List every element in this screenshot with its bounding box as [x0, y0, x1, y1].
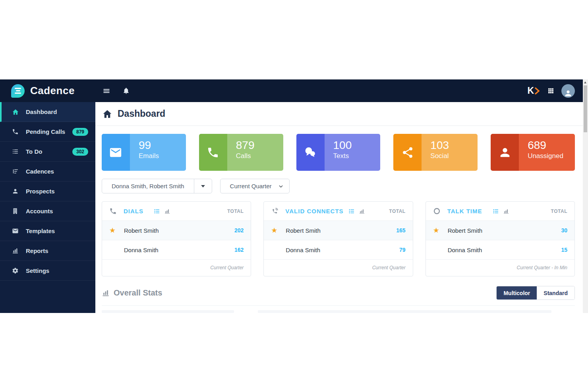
scroll-up-arrow-icon[interactable]: [584, 81, 586, 83]
todo-list-icon: [12, 148, 19, 155]
row-value: 30: [561, 227, 567, 234]
stat-card-texts[interactable]: 100 Texts: [296, 134, 381, 171]
row-value: 15: [561, 247, 567, 253]
share-icon: [401, 146, 414, 159]
leaderboard-row: Donna Smith 79: [264, 240, 412, 260]
cadences-icon: [12, 168, 19, 175]
overall-stats-bar: Overall Stats Multicolor Standard: [102, 286, 575, 300]
valid-connects-panel: VALID CONNECTS TOTAL ★ Robert Smith 165: [263, 201, 413, 276]
stat-value: 689: [528, 139, 575, 152]
building-icon: [12, 208, 19, 215]
panel-title: DIALS: [124, 208, 143, 214]
star-icon[interactable]: ★: [109, 226, 118, 235]
stat-cards-row: 99 Emails 879 Calls: [102, 134, 575, 171]
chat-icon: [303, 145, 317, 160]
users-select[interactable]: Donna Smith, Robert Smith: [102, 179, 212, 193]
sidebar-item-to-do[interactable]: To Do 302: [0, 142, 95, 162]
sidebar-item-label: Templates: [26, 228, 55, 234]
sidebar-item-templates[interactable]: Templates: [0, 221, 95, 241]
k-logo-letter: K: [527, 85, 534, 96]
scrollbar-thumb[interactable]: [584, 85, 587, 132]
panel-title: TALK TIME: [447, 208, 482, 214]
users-select-value: Donna Smith, Robert Smith: [102, 179, 194, 193]
top-navbar: Cadence K: [0, 79, 583, 102]
chart-view-icon[interactable]: [359, 208, 365, 214]
star-icon[interactable]: ★: [433, 226, 442, 235]
k-chevron-logo[interactable]: K: [527, 85, 540, 96]
panel-title: VALID CONNECTS: [285, 208, 343, 214]
phone-icon: [109, 207, 117, 215]
menu-icon[interactable]: [103, 87, 110, 95]
person-icon: [498, 146, 512, 159]
period-select[interactable]: Current Quarter: [220, 179, 290, 193]
stat-value: 100: [333, 139, 381, 152]
stat-value: 99: [139, 139, 186, 152]
sidebar-item-label: Pending Calls: [26, 128, 65, 135]
bar-chart-icon: [12, 247, 19, 255]
row-name: Donna Smith: [448, 247, 482, 253]
list-view-icon[interactable]: [493, 208, 499, 214]
user-avatar[interactable]: [561, 84, 575, 98]
screen: Cadence K: [0, 0, 588, 392]
home-icon: [102, 109, 112, 119]
page-title: Dashboard: [118, 108, 165, 119]
list-view-icon[interactable]: [154, 208, 160, 214]
scrollbar-track[interactable]: [583, 79, 588, 313]
sidebar-item-settings[interactable]: Settings: [0, 261, 95, 281]
leaderboard-row: ★ Robert Smith 30: [426, 221, 574, 240]
chart-view-icon[interactable]: [503, 208, 509, 214]
panel-footnote: Current Quarter: [102, 260, 251, 276]
standard-button[interactable]: Standard: [537, 286, 574, 299]
bell-icon[interactable]: [122, 87, 130, 95]
main-content: Dashboard 99 Emails: [95, 102, 583, 313]
row-name: Robert Smith: [448, 227, 483, 234]
total-column-header: TOTAL: [551, 209, 567, 214]
apps-grid-icon[interactable]: [547, 87, 554, 94]
panel-header: TALK TIME TOTAL: [426, 202, 574, 221]
person-icon: [12, 188, 19, 195]
sidebar-item-label: Prospects: [26, 188, 55, 195]
k-logo-chevron-icon: [534, 87, 540, 95]
bar-chart-icon: [102, 289, 110, 297]
sidebar-item-cadences[interactable]: Cadences: [0, 162, 95, 182]
gear-icon: [12, 267, 19, 274]
users-select-caret-button[interactable]: [194, 179, 212, 193]
overall-stats-label: Overall Stats: [114, 288, 162, 297]
chart-placeholder: [258, 310, 551, 313]
stat-label: Unassigned: [528, 152, 575, 160]
sidebar-item-label: To Do: [26, 148, 42, 155]
multicolor-button[interactable]: Multicolor: [497, 286, 537, 299]
stat-card-social[interactable]: 103 Social: [393, 134, 478, 171]
stat-card-unassigned[interactable]: 689 Unassigned: [491, 134, 575, 171]
list-view-icon[interactable]: [348, 208, 355, 214]
stat-card-calls[interactable]: 879 Calls: [199, 134, 283, 171]
sidebar-item-prospects[interactable]: Prospects: [0, 182, 95, 201]
stat-label: Texts: [333, 152, 381, 160]
dials-panel: DIALS TOTAL ★ Robert Smith 202: [102, 201, 251, 276]
to-do-badge: 302: [72, 148, 88, 156]
sidebar-item-label: Cadences: [26, 168, 54, 175]
leaderboard-row: ★ Robert Smith 165: [264, 221, 412, 240]
leaderboard-row: Donna Smith 162: [102, 240, 251, 260]
sidebar-item-accounts[interactable]: Accounts: [0, 201, 95, 221]
sidebar-item-reports[interactable]: Reports: [0, 241, 95, 261]
stat-label: Social: [430, 152, 478, 160]
sidebar-item-pending-calls[interactable]: Pending Calls 879: [0, 122, 95, 142]
brand-name: Cadence: [30, 85, 75, 97]
sidebar-item-label: Reports: [26, 247, 48, 254]
chart-view-icon[interactable]: [164, 208, 170, 214]
stats-panels-row: DIALS TOTAL ★ Robert Smith 202: [102, 201, 575, 276]
overall-stats-panel-top: [102, 305, 575, 313]
brand[interactable]: Cadence: [0, 84, 95, 98]
app-window: Cadence K: [0, 79, 583, 313]
envelope-icon: [109, 146, 122, 159]
envelope-icon: [12, 228, 19, 235]
phone-call-icon: [271, 207, 279, 215]
chevron-down-icon: [278, 183, 284, 189]
stat-value: 103: [430, 139, 478, 152]
star-icon[interactable]: ★: [271, 226, 280, 235]
row-name: Donna Smith: [124, 247, 159, 253]
stat-card-emails[interactable]: 99 Emails: [102, 134, 186, 171]
home-icon: [12, 108, 19, 116]
sidebar-item-dashboard[interactable]: Dashboard: [0, 102, 95, 122]
